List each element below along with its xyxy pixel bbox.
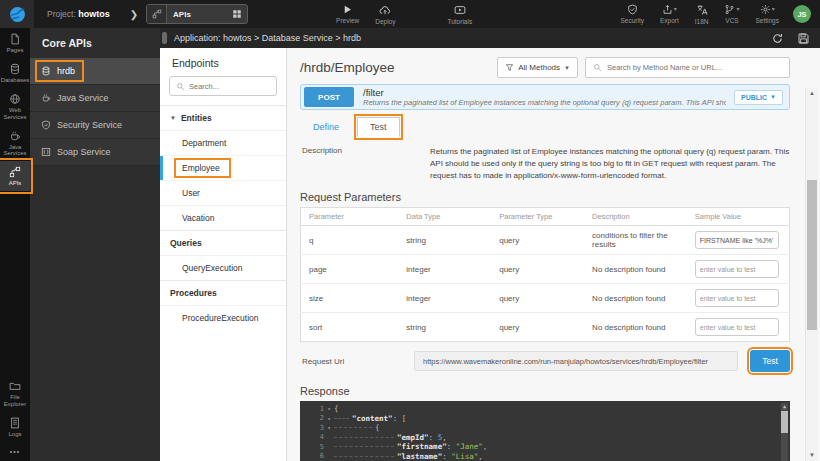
method-search-input[interactable]: [607, 63, 782, 72]
service-item-label: Java Service: [57, 93, 109, 103]
param-parameter-type: query: [491, 226, 584, 255]
request-parameters-title: Request Parameters: [300, 191, 790, 203]
param-parameter-type: query: [491, 313, 584, 342]
request-parameters-table: ParameterData TypeParameter TypeDescript…: [300, 207, 790, 342]
service-item-java-service[interactable]: Java Service: [30, 85, 160, 112]
scroll-up-icon[interactable]: ▲: [806, 90, 818, 96]
endpoint-item-vacation[interactable]: Vacation: [160, 205, 286, 230]
endpoint-item-procedureexecution[interactable]: ProcedureExecution: [160, 305, 286, 330]
editor-scrollbar[interactable]: ▲ ▼: [781, 403, 788, 461]
param-data-type: integer: [398, 284, 491, 313]
scroll-down-icon[interactable]: ▼: [806, 452, 818, 458]
triangle-down-icon: ▼: [170, 115, 176, 121]
endpoint-item-queryexecution[interactable]: QueryExecution: [160, 255, 286, 280]
endpoint-item-employee[interactable]: Employee: [160, 155, 286, 180]
code-line: 3▾{: [300, 423, 790, 433]
endpoints-section-label: Queries: [170, 238, 202, 248]
wavemaker-logo[interactable]: [0, 0, 34, 28]
code-line: 5"firstname": "Jane",: [300, 442, 790, 452]
code-text: "firstname": "Jane",: [334, 442, 487, 451]
endpoint-accordion-header[interactable]: POST /filter Returns the paginated list …: [300, 84, 790, 110]
preview-button[interactable]: Preview: [336, 4, 359, 24]
sample-value-input-sort[interactable]: [695, 318, 779, 336]
security-button[interactable]: Security: [620, 4, 643, 24]
rail-item-file-explorer[interactable]: File Explorer: [0, 375, 30, 412]
tab-test[interactable]: Test: [357, 117, 400, 137]
grid-icon[interactable]: [232, 9, 242, 19]
export-button[interactable]: ▾ Export: [660, 4, 679, 24]
chevron-down-icon: ▾: [674, 5, 677, 12]
description-text: Returns the paginated list of Employee i…: [430, 146, 790, 182]
code-text: {: [334, 423, 380, 432]
column-header-sample-value: Sample Value: [687, 208, 790, 226]
endpoint-item-label: Vacation: [177, 211, 219, 225]
rail-item-pages[interactable]: Pages: [0, 28, 30, 58]
rail-item-logs[interactable]: Logs: [0, 412, 30, 442]
endpoints-section-entities[interactable]: ▼Entities: [160, 105, 286, 130]
tutorials-button[interactable]: Tutorials: [447, 4, 472, 25]
main-scrollbar[interactable]: ▲ ▼: [805, 88, 818, 461]
endpoints-section-label: Entities: [181, 113, 212, 123]
sample-value-input-size[interactable]: [695, 289, 779, 307]
chevron-down-icon: ▾: [736, 5, 739, 12]
param-name: page: [301, 255, 399, 284]
play-icon: [342, 4, 353, 15]
search-icon: [176, 82, 185, 91]
test-button[interactable]: Test: [750, 350, 790, 372]
fold-icon[interactable]: ▾: [324, 415, 334, 422]
response-editor[interactable]: ▲ ▼ 1▾{2▾"content": [3▾{4"empId": 5,5"fi…: [300, 401, 790, 461]
response-title: Response: [300, 385, 790, 397]
service-item-security-service[interactable]: Security Service: [30, 112, 160, 139]
rail-item-apis[interactable]: APIs: [0, 161, 30, 191]
description-label: Description: [302, 146, 430, 182]
visibility-dropdown[interactable]: PUBLIC ▼: [734, 90, 783, 105]
endpoint-summary: Returns the paginated list of Employee i…: [363, 98, 726, 107]
sample-value-input-q[interactable]: [695, 231, 779, 249]
method-search[interactable]: [585, 57, 790, 78]
fold-icon[interactable]: ▾: [324, 424, 334, 431]
rail-item-web-services[interactable]: Web Services: [0, 88, 30, 125]
main-scrollbar-thumb[interactable]: [807, 180, 817, 330]
i18n-button[interactable]: I18N: [695, 4, 709, 25]
vcs-button[interactable]: ▾ VCS: [724, 4, 739, 24]
rail-item-label: APIs: [9, 180, 22, 187]
endpoint-item-user[interactable]: User: [160, 180, 286, 205]
request-url-input[interactable]: [414, 351, 738, 371]
save-icon[interactable]: [797, 32, 810, 45]
methods-filter-dropdown[interactable]: All Methods ▼: [497, 57, 578, 78]
user-avatar[interactable]: JS: [793, 5, 811, 23]
deploy-button[interactable]: Deploy: [375, 4, 395, 25]
endpoints-search[interactable]: [169, 76, 277, 96]
collapse-panel-handle[interactable]: [162, 32, 167, 44]
line-number: 3: [300, 424, 324, 432]
param-parameter-type: query: [491, 284, 584, 313]
fold-icon[interactable]: ▾: [324, 405, 334, 412]
main-content: /hrdb/Employee All Methods ▼ POST /filte…: [287, 48, 820, 461]
service-item-soap-service[interactable]: Soap Service: [30, 139, 160, 166]
sample-value-input-page[interactable]: [695, 260, 779, 278]
endpoints-search-input[interactable]: [189, 82, 269, 91]
rail-item-java-services[interactable]: Java Services: [0, 125, 30, 162]
apis-workspace-tab[interactable]: APIs: [146, 4, 248, 24]
breadcrumb-bar: Application: howtos > Database Service >…: [160, 28, 820, 48]
endpoints-section-procedures[interactable]: Procedures: [160, 280, 286, 305]
api-connector-icon: [147, 5, 167, 23]
param-name: q: [301, 226, 399, 255]
param-data-type: integer: [398, 255, 491, 284]
rail-item-databases[interactable]: Databases: [0, 58, 30, 88]
db-icon: [9, 63, 21, 75]
endpoint-item-department[interactable]: Department: [160, 130, 286, 155]
endpoint-item-label: ProcedureExecution: [177, 311, 264, 325]
service-item-hrdb[interactable]: hrdb: [30, 58, 160, 85]
folder-icon: [9, 380, 21, 392]
scroll-up-icon[interactable]: ▲: [781, 403, 788, 409]
settings-button[interactable]: ▾ Settings: [756, 4, 780, 24]
param-row-page: pageintegerqueryNo description found: [301, 255, 790, 284]
endpoints-section-queries[interactable]: Queries: [160, 230, 286, 255]
method-badge[interactable]: POST: [304, 87, 354, 107]
rail-more-button[interactable]: •••: [10, 442, 20, 461]
chevron-down-icon: ▾: [772, 5, 775, 12]
refresh-icon[interactable]: [771, 32, 784, 45]
tab-define[interactable]: Define: [309, 118, 343, 136]
editor-scrollbar-thumb[interactable]: [781, 411, 788, 433]
